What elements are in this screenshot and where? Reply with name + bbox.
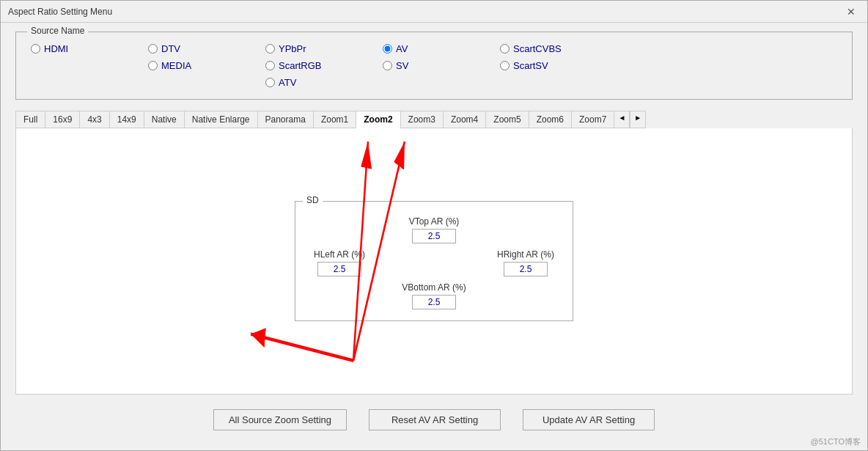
update-av-ar-button[interactable]: Update AV AR Setting [523, 409, 655, 430]
radio-hdmi-input[interactable] [31, 44, 40, 54]
content-area: Full 16x9 4x3 14x9 Native Native Enlarge… [15, 111, 853, 395]
tab-zoom6[interactable]: Zoom6 [529, 111, 571, 128]
radio-sv-label: SV [396, 60, 408, 71]
hleft-field: HLeft AR (%) [314, 249, 365, 276]
tab-zoom4[interactable]: Zoom4 [443, 111, 485, 128]
hright-label: HRight AR (%) [497, 249, 554, 260]
vtop-field: VTop AR (%) [409, 216, 460, 243]
all-source-zoom-button[interactable]: All Source Zoom Setting [213, 409, 347, 430]
vbottom-field: VBottom AR (%) [402, 282, 466, 309]
reset-av-ar-button[interactable]: Reset AV AR Setting [369, 409, 501, 430]
tab-native-enlarge[interactable]: Native Enlarge [184, 111, 257, 128]
hleft-label: HLeft AR (%) [314, 249, 365, 260]
radio-av-label: AV [396, 43, 408, 54]
tab-zoom2[interactable]: Zoom2 [356, 111, 400, 128]
radio-scartrgb-input[interactable] [265, 61, 275, 70]
radio-atv[interactable]: ATV [265, 77, 383, 88]
tabs-row: Full 16x9 4x3 14x9 Native Native Enlarge… [15, 111, 853, 128]
source-row-1: HDMI DTV YPbPr AV [31, 43, 837, 54]
tab-14x9[interactable]: 14x9 [109, 111, 144, 128]
radio-sv[interactable]: SV [383, 60, 500, 71]
source-name-group: Source Name HDMI DTV YPbPr [15, 32, 853, 100]
svg-line-2 [251, 334, 353, 361]
ar-middle-row: HLeft AR (%) HRight AR (%) [306, 249, 562, 276]
vbottom-input[interactable] [412, 295, 456, 309]
tab-16x9[interactable]: 16x9 [45, 111, 79, 128]
radio-scartsv[interactable]: ScartSV [500, 60, 617, 71]
source-name-rows: HDMI DTV YPbPr AV [31, 43, 837, 88]
radio-dtv-label: DTV [161, 43, 180, 54]
tab-scroll-next[interactable]: ► [630, 111, 646, 128]
tab-scroll-prev[interactable]: ◄ [614, 111, 630, 128]
source-row-2: MEDIA ScartRGB SV ScartSV [31, 60, 837, 71]
radio-scartsv-label: ScartSV [513, 60, 548, 71]
radio-av-input[interactable] [383, 44, 392, 54]
watermark: @51CTO博客 [811, 436, 861, 447]
bottom-buttons: All Source Zoom Setting Reset AV AR Sett… [15, 402, 853, 441]
radio-scartrgb[interactable]: ScartRGB [265, 60, 383, 71]
radio-sv-input[interactable] [383, 61, 392, 70]
radio-scartrgb-label: ScartRGB [279, 60, 322, 71]
radio-atv-label: ATV [279, 77, 296, 88]
source-row-3: ATV [31, 77, 837, 88]
radio-media[interactable]: MEDIA [148, 60, 265, 71]
close-button[interactable]: ✕ [842, 4, 860, 19]
ar-grid: VTop AR (%) HLeft AR (%) HRight AR (%) [306, 216, 562, 309]
tab-zoom5[interactable]: Zoom5 [485, 111, 528, 128]
title-bar: Aspect Ratio Setting Menu ✕ [1, 1, 867, 23]
tab-content: SD VTop AR (%) HLeft AR (%) [15, 128, 853, 395]
radio-scartsv-input[interactable] [500, 61, 510, 70]
main-content: Source Name HDMI DTV YPbPr [1, 23, 867, 450]
radio-ypbpr[interactable]: YPbPr [265, 43, 383, 54]
tab-4x3[interactable]: 4x3 [79, 111, 108, 128]
radio-hdmi[interactable]: HDMI [31, 43, 148, 54]
hright-field: HRight AR (%) [497, 249, 554, 276]
radio-dtv[interactable]: DTV [148, 43, 265, 54]
hright-input[interactable] [504, 262, 548, 276]
tab-panorama[interactable]: Panorama [257, 111, 313, 128]
tab-zoom3[interactable]: Zoom3 [400, 111, 443, 128]
radio-scartcvbs-label: ScartCVBS [513, 43, 562, 54]
radio-scartcvbs[interactable]: ScartCVBS [500, 43, 617, 54]
radio-hdmi-label: HDMI [44, 43, 68, 54]
vbottom-label: VBottom AR (%) [402, 282, 466, 293]
radio-media-label: MEDIA [161, 60, 191, 71]
tab-zoom1[interactable]: Zoom1 [313, 111, 356, 128]
radio-ypbpr-input[interactable] [265, 44, 275, 54]
radio-scartcvbs-input[interactable] [500, 44, 510, 54]
main-window: Aspect Ratio Setting Menu ✕ Source Name … [0, 0, 868, 451]
hleft-input[interactable] [317, 262, 361, 276]
vtop-label: VTop AR (%) [409, 216, 460, 227]
tab-zoom7[interactable]: Zoom7 [571, 111, 614, 128]
tab-full[interactable]: Full [15, 111, 45, 128]
vtop-input[interactable] [412, 229, 456, 243]
ar-panel: SD VTop AR (%) HLeft AR (%) [295, 201, 573, 321]
ar-panel-legend: SD [303, 195, 323, 205]
radio-av[interactable]: AV [383, 43, 500, 54]
window-title: Aspect Ratio Setting Menu [8, 7, 112, 17]
tab-native[interactable]: Native [144, 111, 184, 128]
source-name-legend: Source Name [27, 26, 88, 36]
radio-dtv-input[interactable] [148, 44, 158, 54]
radio-ypbpr-label: YPbPr [279, 43, 306, 54]
radio-atv-input[interactable] [265, 78, 275, 87]
radio-media-input[interactable] [148, 61, 158, 70]
